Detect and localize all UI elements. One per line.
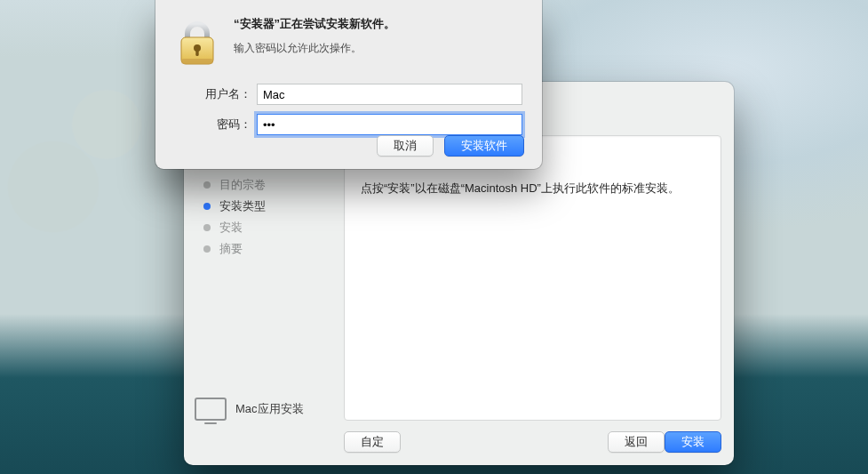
content-main-text: 点按“安装”以在磁盘“Macintosh HD”上执行此软件的标准安装。 (361, 181, 680, 197)
lock-icon (177, 20, 218, 68)
install-button[interactable]: 安装 (665, 431, 721, 453)
cancel-button[interactable]: 取消 (377, 135, 434, 157)
installer-bottom-bar: 自定 返回 安装 (344, 430, 721, 454)
svg-rect-1 (181, 59, 213, 64)
back-button[interactable]: 返回 (608, 431, 665, 453)
step-label: 摘要 (219, 241, 243, 257)
username-field[interactable] (257, 84, 522, 105)
auth-subtitle: 输入密码以允许此次操作。 (234, 41, 522, 56)
username-label: 用户名： (205, 86, 257, 102)
password-field[interactable] (257, 114, 522, 135)
install-software-button[interactable]: 安装软件 (444, 135, 524, 157)
step-destination: 目的宗卷 (184, 174, 344, 196)
app-badge: Mac应用安装 (195, 398, 304, 421)
customize-button[interactable]: 自定 (344, 431, 401, 453)
auth-form: 用户名： 密码： (175, 84, 522, 135)
step-label: 目的宗卷 (219, 177, 266, 193)
auth-title: “安装器”正在尝试安装新软件。 (234, 16, 522, 32)
monitor-icon (195, 398, 227, 421)
step-installation-type: 安装类型 (184, 196, 344, 217)
step-summary: 摘要 (184, 238, 344, 260)
password-label: 密码： (217, 116, 257, 133)
step-label: 安装类型 (219, 198, 266, 214)
svg-rect-3 (195, 49, 198, 56)
auth-dialog: “安装器”正在尝试安装新软件。 输入密码以允许此次操作。 用户名： 密码： 取消… (155, 0, 542, 169)
app-name-label: Mac应用安装 (235, 401, 304, 417)
step-dot-icon (203, 245, 211, 253)
step-dot-icon (203, 203, 211, 210)
step-install: 安装 (184, 217, 344, 238)
step-dot-icon (203, 224, 211, 231)
step-label: 安装 (219, 220, 243, 236)
installer-content-pane: 间。 点按“安装”以在磁盘“Macintosh HD”上执行此软件的标准安装。 (344, 135, 721, 421)
step-dot-icon (203, 181, 211, 189)
